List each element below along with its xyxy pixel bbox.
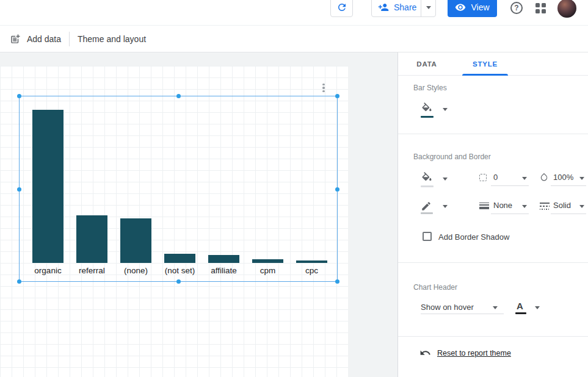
section-divider — [398, 336, 588, 337]
border-style-select[interactable]: Solid — [553, 201, 571, 210]
bar-group: organic — [32, 110, 64, 276]
bar-group: cpc — [296, 260, 327, 276]
bar-group: (not set) — [164, 254, 195, 276]
border-shadow-checkbox[interactable] — [423, 232, 432, 241]
paint-bucket-icon — [421, 172, 433, 184]
person-add-icon — [378, 2, 389, 13]
corner-radius-caret[interactable] — [522, 177, 527, 180]
bar-group: affiliate — [208, 255, 239, 276]
apps-grid-button[interactable] — [535, 3, 546, 13]
bar-(not set)[interactable] — [164, 254, 195, 263]
chart-header-visibility-select[interactable]: Show on hover — [421, 303, 474, 312]
bar-cpm[interactable] — [252, 259, 283, 263]
active-tab-indicator — [462, 74, 508, 76]
border-pen-icon — [421, 201, 432, 212]
section-divider — [398, 134, 588, 134]
help-button[interactable]: ? — [510, 2, 523, 14]
bar-fill-color-button[interactable] — [421, 102, 433, 115]
share-button[interactable]: Share — [371, 0, 436, 17]
resize-handle-middle-right[interactable] — [335, 187, 339, 192]
opacity-caret[interactable] — [579, 177, 584, 180]
background-fill-dropdown-caret[interactable] — [443, 178, 448, 181]
resize-handle-top-left[interactable] — [17, 94, 21, 98]
bar-chart[interactable]: organicreferral(none)(not set)affiliatec… — [32, 96, 327, 276]
bar-fill-color-indicator — [421, 116, 434, 118]
line-weight-icon — [479, 203, 489, 209]
bar-label: referral — [79, 266, 105, 276]
header-font-color-indicator — [515, 312, 526, 314]
share-dropdown-caret[interactable] — [426, 6, 431, 9]
avatar[interactable] — [557, 0, 576, 18]
view-button[interactable]: View — [448, 0, 497, 17]
eye-icon — [455, 2, 466, 13]
share-split-divider — [421, 0, 421, 16]
bar-label: affiliate — [211, 266, 237, 276]
opacity-underline — [551, 185, 586, 186]
bar-group: cpm — [252, 259, 283, 276]
bar-label: (not set) — [165, 266, 195, 276]
report-canvas[interactable]: organicreferral(none)(not set)affiliatec… — [0, 66, 348, 377]
background-border-title: Background and Border — [413, 153, 491, 161]
resize-handle-bottom-right[interactable] — [335, 279, 339, 284]
add-data-label: Add data — [27, 34, 61, 44]
bar-(none)[interactable] — [120, 218, 151, 263]
chart-selection: organicreferral(none)(not set)affiliatec… — [19, 96, 338, 282]
bar-organic[interactable] — [32, 110, 64, 263]
resize-handle-middle-left[interactable] — [17, 187, 21, 192]
opacity-select[interactable]: 100% — [553, 173, 573, 182]
border-color-caret[interactable] — [443, 205, 448, 208]
corner-radius-icon — [479, 174, 487, 181]
paint-bucket-icon — [421, 102, 433, 115]
background-fill-color-button[interactable] — [421, 172, 433, 184]
border-shadow-label: Add Border Shadow — [438, 232, 509, 242]
tab-data[interactable]: DATA — [405, 52, 448, 76]
opacity-icon — [540, 173, 548, 181]
resize-handle-top-middle[interactable] — [176, 94, 181, 98]
add-data-button[interactable]: Add data — [10, 26, 61, 52]
properties-panel: DATA STYLE Bar Styles Background and Bor… — [397, 52, 588, 377]
border-weight-underline — [491, 214, 529, 214]
chart-header-title: Chart Header — [413, 283, 457, 292]
theme-and-layout-label: Theme and layout — [78, 34, 146, 44]
refresh-icon — [336, 2, 347, 13]
corner-radius-select[interactable]: 0 — [493, 173, 498, 182]
bar-label: cpc — [305, 266, 318, 276]
reset-theme-button[interactable] — [419, 347, 431, 359]
border-color-indicator — [421, 212, 433, 214]
bar-referral[interactable] — [76, 215, 107, 263]
resize-handle-top-right[interactable] — [335, 94, 339, 98]
view-button-label: View — [471, 2, 489, 12]
reset-to-report-theme-link[interactable]: Reset to report theme — [437, 349, 511, 357]
border-color-button[interactable] — [421, 201, 432, 212]
section-divider — [398, 262, 588, 263]
chart-header-visibility-caret[interactable] — [493, 306, 498, 309]
border-weight-select[interactable]: None — [493, 201, 512, 210]
bar-fill-dropdown-caret[interactable] — [443, 108, 448, 111]
toolbar: Add data Theme and layout — [0, 26, 588, 52]
resize-handle-bottom-middle[interactable] — [176, 279, 181, 284]
bar-cpc[interactable] — [296, 260, 327, 263]
panel-tabs: DATA STYLE — [398, 52, 588, 76]
bar-affiliate[interactable] — [208, 255, 239, 263]
chart-more-menu[interactable] — [319, 82, 328, 93]
refresh-button[interactable] — [330, 0, 353, 17]
add-data-icon — [10, 34, 21, 45]
bar-label: cpm — [260, 266, 276, 276]
undo-icon — [419, 347, 431, 359]
more-vert-icon — [322, 84, 325, 86]
bar-group: (none) — [120, 218, 151, 276]
toolbar-divider — [69, 32, 70, 46]
resize-handle-bottom-left[interactable] — [17, 279, 21, 284]
theme-and-layout-button[interactable]: Theme and layout — [78, 26, 146, 52]
header-font-color-button[interactable]: A — [517, 301, 523, 311]
border-style-icon — [540, 203, 550, 210]
header-font-color-caret[interactable] — [535, 306, 540, 309]
help-icon: ? — [514, 4, 518, 12]
bar-styles-title: Bar Styles — [413, 84, 447, 92]
border-weight-caret[interactable] — [522, 205, 527, 208]
bar-label: (none) — [124, 266, 148, 276]
bar-label: organic — [34, 266, 61, 276]
tab-style[interactable]: STYLE — [462, 52, 508, 76]
border-style-caret[interactable] — [579, 205, 584, 208]
top-app-bar: Share View ? — [0, 0, 588, 26]
